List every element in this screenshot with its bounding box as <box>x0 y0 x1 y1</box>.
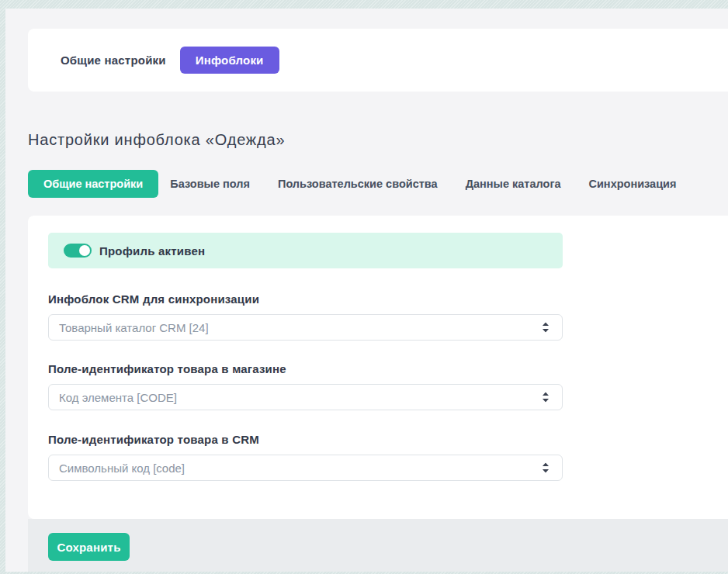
profile-active-banner: Профиль активен <box>48 233 563 268</box>
field-label-product-id-crm: Поле-идентификатор товара в CRM <box>48 433 259 446</box>
tab-infoblocks-button[interactable]: Инфоблоки <box>180 47 279 74</box>
updown-arrow-icon <box>542 392 549 403</box>
select-crm-infoblock-value: Товарный каталог CRM [24] <box>59 321 209 334</box>
page-title: Настройки инфоблока «Одежда» <box>28 131 285 149</box>
tab-user-properties[interactable]: Пользовательские свойства <box>278 178 438 190</box>
select-product-id-store-value: Код элемента [CODE] <box>59 391 177 404</box>
settings-panel: Общие настройки Инфоблоки Настройки инфо… <box>5 9 728 572</box>
top-tabs-card: Общие настройки Инфоблоки <box>28 29 728 92</box>
field-label-product-id-store: Поле-идентификатор товара в магазине <box>48 362 286 375</box>
settings-form-card: Профиль активен Инфоблок CRM для синхрон… <box>28 216 728 519</box>
updown-arrow-icon <box>542 463 549 473</box>
save-button[interactable]: Сохранить <box>48 533 130 561</box>
select-crm-infoblock[interactable]: Товарный каталог CRM [24] <box>48 314 563 341</box>
select-product-id-crm[interactable]: Символьный код [code] <box>48 455 563 481</box>
profile-active-toggle[interactable] <box>64 244 92 258</box>
select-product-id-crm-value: Символьный код [code] <box>59 462 185 475</box>
select-product-id-store[interactable]: Код элемента [CODE] <box>48 384 563 410</box>
toggle-knob <box>79 245 90 256</box>
tab-general-settings-top[interactable]: Общие настройки <box>61 54 166 67</box>
profile-active-label: Профиль активен <box>99 244 205 258</box>
field-label-crm-infoblock: Инфоблок CRM для синхронизации <box>48 292 259 306</box>
tab-base-fields[interactable]: Базовые поля <box>170 178 250 190</box>
tab-general-settings[interactable]: Общие настройки <box>28 170 158 198</box>
tab-synchronization[interactable]: Синхронизация <box>588 178 676 190</box>
tab-catalog-data[interactable]: Данные каталога <box>466 178 561 190</box>
updown-arrow-icon <box>542 323 549 333</box>
form-footer: Сохранить <box>28 519 728 572</box>
infoblock-tabs: Общие настройки Базовые поля Пользовател… <box>28 170 704 198</box>
